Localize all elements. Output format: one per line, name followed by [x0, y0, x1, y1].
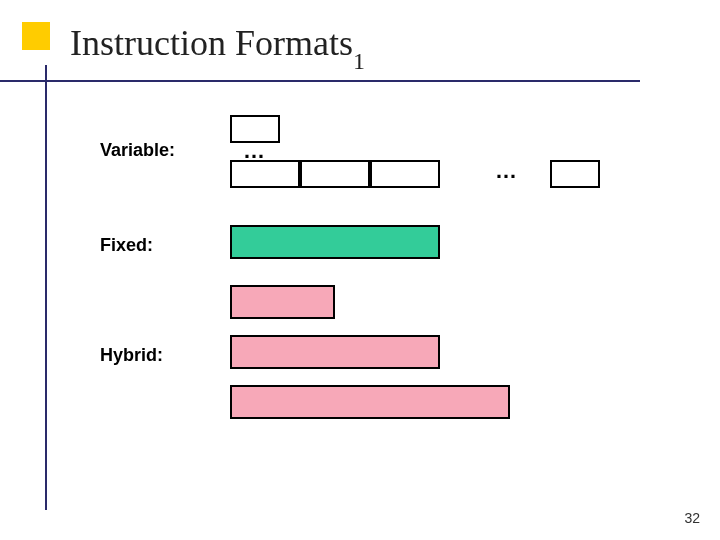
slide-divider-horizontal	[0, 80, 640, 82]
hybrid-box-medium	[230, 335, 440, 369]
variable-box-row-1	[230, 160, 300, 188]
label-variable: Variable:	[100, 140, 175, 161]
hybrid-box-long	[230, 385, 510, 419]
variable-box-row-3	[370, 160, 440, 188]
variable-box-row-2	[300, 160, 370, 188]
label-hybrid: Hybrid:	[100, 345, 163, 366]
label-fixed: Fixed:	[100, 235, 153, 256]
slide-title-main: Instruction Formats	[70, 23, 353, 63]
slide-title-subscript: 1	[353, 48, 365, 74]
fixed-box	[230, 225, 440, 259]
page-number: 32	[684, 510, 700, 526]
slide-title: Instruction Formats1	[70, 22, 365, 69]
variable-box-row-end	[550, 160, 600, 188]
slide-divider-vertical	[45, 65, 47, 510]
variable-dots-2: …	[495, 158, 517, 184]
slide-corner-accent	[22, 22, 50, 50]
hybrid-box-short	[230, 285, 335, 319]
